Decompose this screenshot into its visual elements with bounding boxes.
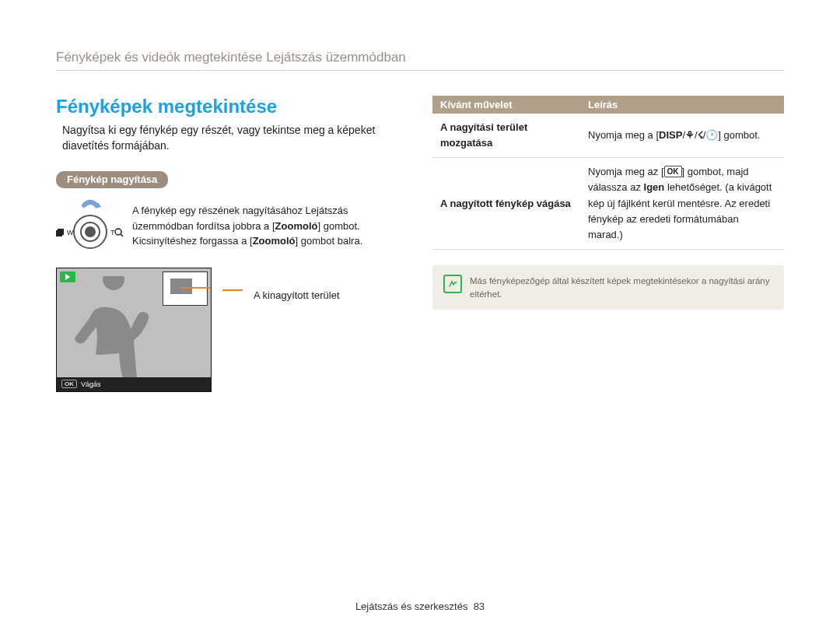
intro-text: Nagyítsa ki egy fénykép egy részét, vagy… xyxy=(62,122,406,154)
zoom-dial-icon: W T xyxy=(56,199,124,254)
note-icon xyxy=(443,275,462,293)
manual-page: Fényképek és videók megtekintése Lejátsz… xyxy=(0,0,840,634)
op-move-zoom-desc: Nyomja meg a [DISP/⚘/☇/🕑] gombot. xyxy=(580,114,784,158)
dial-t-label: T xyxy=(110,229,115,236)
op-move-zoom-area: A nagyítási terület mozgatása xyxy=(432,114,580,158)
preview-screen: OK Vágás xyxy=(56,268,212,392)
leader-line xyxy=(181,287,211,289)
svg-rect-5 xyxy=(56,230,62,236)
section-title: Fényképek megtekintése xyxy=(56,96,406,117)
flash-icon: ☇ xyxy=(698,128,703,143)
svg-point-6 xyxy=(115,229,121,235)
zoom-row: W T A fénykép egy részének nagyításához … xyxy=(56,199,406,254)
note-box: Más fényképezőgép által készített képek … xyxy=(432,265,784,310)
table-header-row: Kívánt művelet Leírás xyxy=(432,96,784,114)
table-row: A nagyított fénykép vágása Nyomja meg az… xyxy=(432,158,784,250)
page-header: Fényképek és videók megtekintése Lejátsz… xyxy=(56,50,784,71)
minimap-caption: A kinagyított terület xyxy=(254,289,340,301)
ok-button-glyph: OK xyxy=(664,166,682,177)
svg-line-7 xyxy=(121,234,123,236)
left-column: Fényképek megtekintése Nagyítsa ki egy f… xyxy=(56,96,406,392)
content-columns: Fényképek megtekintése Nagyítsa ki egy f… xyxy=(56,96,784,392)
operations-table: Kívánt művelet Leírás A nagyítási terüle… xyxy=(432,96,784,250)
macro-icon: ⚘ xyxy=(685,128,695,143)
note-text: Más fényképezőgép által készített képek … xyxy=(470,275,773,300)
preview-row: OK Vágás A kinagyított terület xyxy=(56,268,406,392)
subsection-pill: Fénykép nagyítása xyxy=(56,171,168,188)
th-description: Leírás xyxy=(580,96,784,114)
leader-line-ext xyxy=(222,289,243,291)
timer-icon: 🕑 xyxy=(705,128,718,143)
disp-button-glyph: DISP xyxy=(659,128,682,143)
photo-silhouette xyxy=(71,276,164,377)
zoom-minimap xyxy=(163,271,208,306)
th-operation: Kívánt művelet xyxy=(432,96,580,114)
table-row: A nagyítási terület mozgatása Nyomja meg… xyxy=(432,114,784,158)
right-column: Kívánt művelet Leírás A nagyítási terüle… xyxy=(432,96,784,392)
op-crop-zoomed-desc: Nyomja meg az [OK] gombot, majd válassza… xyxy=(580,158,784,250)
crop-label: Vágás xyxy=(81,380,101,388)
ok-badge: OK xyxy=(61,380,77,388)
page-footer: Lejátszás és szerkesztés 83 xyxy=(0,601,840,612)
preview-bottom-bar: OK Vágás xyxy=(57,377,211,391)
op-crop-zoomed: A nagyított fénykép vágása xyxy=(432,158,580,250)
zoom-region-box xyxy=(170,278,192,294)
dial-w-label: W xyxy=(67,229,74,236)
zoom-instruction: A fénykép egy részének nagyításához Lejá… xyxy=(132,203,406,249)
svg-point-2 xyxy=(86,227,95,236)
